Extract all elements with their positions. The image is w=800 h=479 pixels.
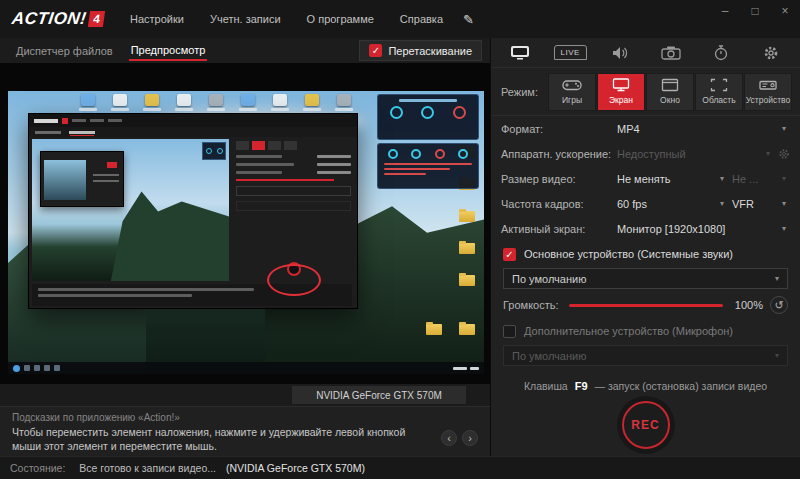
status-gpu: (NVIDIA GeForce GTX 570M)	[226, 462, 365, 474]
mode-button-games[interactable]: Игры	[548, 73, 596, 111]
mode-button-region[interactable]: Область	[695, 73, 743, 111]
nested-widget	[202, 142, 226, 160]
gpu-label: NVIDIA GeForce GTX 570M	[292, 386, 466, 404]
format-label: Формат:	[501, 123, 613, 135]
menubar: Настройки Учетн. записи О программе Спра…	[130, 13, 443, 25]
menu-about[interactable]: О программе	[307, 13, 374, 25]
video-size-secondary-dropdown[interactable]: Не ... ▾	[728, 173, 790, 185]
tab-benchmark-icon[interactable]	[706, 42, 736, 64]
desktop-icon	[110, 94, 130, 111]
primary-audio-label: Основное устройство (Системные звуки)	[524, 248, 733, 260]
desktop-icon	[238, 94, 258, 111]
nested-window	[40, 151, 124, 207]
active-screen-row: Активный экран: Монитор [1920x1080] ▾	[491, 216, 800, 241]
vfr-dropdown[interactable]: VFR ▾	[728, 198, 790, 210]
chevron-down-icon: ▾	[782, 199, 786, 208]
minimize-icon[interactable]: –	[710, 0, 740, 22]
volume-slider[interactable]	[569, 304, 723, 307]
mode-button-window[interactable]: Окно	[646, 73, 694, 111]
rec-button[interactable]: REC	[622, 401, 670, 449]
tab-live-icon[interactable]: LIVE	[555, 42, 585, 64]
secondary-audio-checkbox[interactable]	[503, 325, 516, 338]
chevron-down-icon: ▾	[775, 274, 779, 283]
drag-checkbox-label: Перетаскивание	[388, 45, 472, 57]
menu-help[interactable]: Справка	[400, 13, 443, 25]
desktop-icon	[302, 94, 322, 111]
volume-reset-icon[interactable]: ↺	[770, 296, 788, 314]
monitoring-card-top	[377, 94, 479, 140]
taskbar-tray	[453, 367, 479, 370]
chevron-down-icon: ▾	[782, 224, 786, 233]
tips-prev-button[interactable]: ‹	[441, 430, 457, 446]
primary-audio-row: ✓ Основное устройство (Системные звуки)	[491, 241, 800, 267]
folder-icon	[459, 324, 475, 335]
mode-button-device[interactable]: Устройство	[744, 73, 792, 111]
maximize-icon[interactable]: □	[740, 0, 770, 22]
folder-icon	[459, 243, 475, 254]
desktop-icon	[334, 94, 354, 111]
hotkey-hint: Клавиша F9 — запуск (остановка) записи в…	[491, 378, 800, 394]
monitoring-card-bottom	[377, 143, 479, 189]
volume-label: Громкость:	[503, 299, 569, 311]
tips-text: Чтобы переместить элемент наложения, наж…	[12, 426, 432, 453]
format-row: Формат: MP4 ▾	[491, 116, 800, 141]
desktop-taskbar	[8, 362, 484, 374]
status-message: Все готово к записи видео...	[79, 462, 216, 474]
desktop-icon	[78, 94, 98, 111]
annotation-ellipse	[267, 264, 321, 296]
menu-accounts[interactable]: Учетн. записи	[210, 13, 281, 25]
desktop-icons-row	[78, 94, 354, 111]
framerate-dropdown[interactable]: 60 fps ▾	[613, 198, 728, 210]
desktop-icon	[270, 94, 290, 111]
inner-preview	[32, 139, 229, 281]
monitoring-widget	[377, 94, 479, 189]
drag-checkbox[interactable]: ✓ Перетаскивание	[359, 40, 482, 61]
chevron-down-icon: ▾	[782, 124, 786, 133]
desktop-icon	[142, 94, 162, 111]
tab-camera-icon[interactable]	[656, 42, 686, 64]
mode-label: Режим:	[501, 86, 547, 98]
action-app-window: ACTION! 4 Настройки Учетн. записи О прог…	[0, 0, 800, 479]
secondary-audio-device-dropdown[interactable]: По умолчанию ▾	[503, 345, 788, 366]
mode-button-screen[interactable]: Экран	[597, 73, 645, 111]
settings-panel: LIVE Режим: Игры Экран	[490, 38, 800, 456]
tab-audio-icon[interactable]	[605, 42, 635, 64]
primary-audio-checkbox[interactable]: ✓	[503, 248, 516, 261]
tab-record-icon[interactable]	[505, 42, 535, 64]
inner-action-window	[28, 113, 358, 309]
active-screen-dropdown[interactable]: Монитор [1920x1080] ▾	[613, 223, 790, 235]
hw-accel-settings-icon[interactable]	[778, 148, 790, 160]
format-dropdown[interactable]: MP4 ▾	[613, 123, 790, 135]
drag-checkbox-mark: ✓	[369, 44, 382, 57]
active-screen-label: Активный экран:	[501, 223, 613, 235]
tips-navigation: ‹ ›	[441, 430, 478, 446]
window-controls: – □ ×	[710, 0, 800, 22]
chevron-down-icon: ▾	[720, 199, 724, 208]
preview-area	[0, 63, 490, 384]
framerate-row: Частота кадров: 60 fps ▾ VFR ▾	[491, 191, 800, 216]
hw-accel-row: Аппаратн. ускорение: Недоступный ▾	[491, 141, 800, 166]
volume-row: Громкость: 100% ↺	[491, 292, 800, 318]
brush-icon[interactable]: ✎	[463, 12, 474, 27]
gpu-row: NVIDIA GeForce GTX 570M	[0, 384, 490, 406]
inner-tabbar	[29, 127, 357, 137]
left-tabbar: Диспетчер файлов Предпросмотр ✓ Перетаск…	[0, 38, 490, 63]
primary-audio-device-dropdown[interactable]: По умолчанию ▾	[503, 268, 788, 289]
tab-preview[interactable]: Предпросмотр	[129, 40, 208, 61]
chevron-down-icon: ▾	[766, 149, 770, 158]
menu-settings[interactable]: Настройки	[130, 13, 184, 25]
inner-titlebar	[29, 114, 357, 127]
status-label: Состояние:	[10, 462, 65, 474]
tab-file-manager[interactable]: Диспетчер файлов	[14, 41, 115, 60]
start-orb	[13, 365, 20, 372]
folder-icon	[426, 324, 442, 335]
close-icon[interactable]: ×	[770, 0, 800, 22]
video-size-row: Размер видео: Не менять ▾ Не ... ▾	[491, 166, 800, 191]
titlebar: ACTION! 4 Настройки Учетн. записи О прог…	[0, 0, 800, 38]
secondary-audio-label: Дополнительное устройство (Микрофон)	[524, 325, 733, 337]
video-size-dropdown[interactable]: Не менять ▾	[613, 173, 728, 185]
hw-accel-dropdown[interactable]: Недоступный ▾	[613, 148, 774, 160]
tips-next-button[interactable]: ›	[462, 430, 478, 446]
hotkey-key: F9	[575, 380, 588, 392]
gear-icon[interactable]	[756, 42, 786, 64]
